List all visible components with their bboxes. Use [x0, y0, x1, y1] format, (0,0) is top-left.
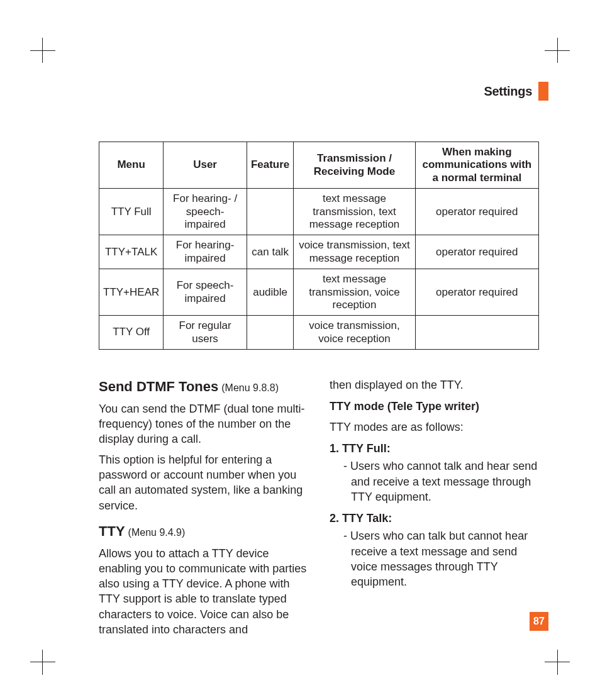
table-header-row: Menu User Feature Transmission / Receivi… [99, 142, 539, 189]
cell-mode: voice transmission, text message recepti… [294, 235, 415, 269]
tty-heading: TTY [99, 523, 125, 539]
cell-feature: can talk [247, 235, 293, 269]
cell-mode: voice transmission, voice reception [294, 316, 415, 350]
col-header-menu: Menu [99, 142, 164, 189]
page-number: 87 [530, 612, 548, 631]
col-header-user: User [164, 142, 247, 189]
cell-comm: operator required [415, 235, 538, 269]
cell-mode: text message transmission, voice recepti… [294, 269, 415, 316]
crop-mark-br [557, 650, 582, 675]
cell-menu: TTY+TALK [99, 235, 164, 269]
tty-paragraph-1: Allows you to attach a TTY device enabli… [99, 546, 308, 638]
cell-feature [247, 316, 293, 350]
cell-menu: TTY+HEAR [99, 269, 164, 316]
body-columns: Send DTMF Tones (Menu 9.8.8) You can sen… [99, 377, 539, 637]
cell-comm: operator required [415, 269, 538, 316]
tty-talk-body: - Users who can talk but cannot hear rec… [343, 528, 539, 589]
tty-mode-intro: TTY modes are as follows: [330, 419, 539, 435]
dtmf-heading-line: Send DTMF Tones (Menu 9.8.8) [99, 377, 308, 396]
dtmf-paragraph-2: This option is helpful for entering a pa… [99, 452, 308, 513]
tty-talk-title: 2. TTY Talk: [330, 511, 539, 526]
tty-continuation: then displayed on the TTY. [330, 377, 539, 392]
header-accent-block [538, 82, 548, 101]
cell-feature [247, 189, 293, 235]
table-row: TTY+HEAR For speech-impaired audible tex… [99, 269, 539, 316]
cell-menu: TTY Full [99, 189, 164, 235]
tty-menu-ref: (Menu 9.4.9) [128, 527, 186, 538]
tty-full-title: 1. TTY Full: [330, 441, 539, 456]
content-area: Menu User Feature Transmission / Receivi… [99, 142, 539, 637]
cell-user: For speech-impaired [164, 269, 247, 316]
dtmf-heading: Send DTMF Tones [99, 379, 218, 394]
table-row: TTY Off For regular users voice transmis… [99, 316, 539, 350]
tty-mode-table: Menu User Feature Transmission / Receivi… [99, 142, 539, 350]
crop-mark-tr [557, 38, 582, 63]
crop-mark-bl [18, 650, 43, 675]
header-title: Settings [484, 84, 533, 99]
cell-user: For regular users [164, 316, 247, 350]
cell-user: For hearing-impaired [164, 235, 247, 269]
right-column: then displayed on the TTY. TTY mode (Tel… [330, 377, 539, 637]
col-header-comm: When making communications with a normal… [415, 142, 538, 189]
dtmf-paragraph-1: You can send the DTMF (dual tone multi-f… [99, 401, 308, 447]
tty-mode-heading: TTY mode (Tele Type writer) [330, 399, 539, 414]
table-row: TTY Full For hearing- / speech- impaired… [99, 189, 539, 235]
cell-user: For hearing- / speech- impaired [164, 189, 247, 235]
left-column: Send DTMF Tones (Menu 9.8.8) You can sen… [99, 377, 308, 637]
table-row: TTY+TALK For hearing-impaired can talk v… [99, 235, 539, 269]
cell-comm [415, 316, 538, 350]
crop-mark-tl [18, 38, 43, 63]
col-header-mode: Transmission / Receiving Mode [294, 142, 415, 189]
col-header-feature: Feature [247, 142, 293, 189]
tty-heading-line: TTY (Menu 9.4.9) [99, 522, 308, 541]
cell-feature: audible [247, 269, 293, 316]
tty-full-body: - Users who cannot talk and hear send an… [343, 458, 539, 504]
page-header: Settings [484, 82, 549, 101]
cell-comm: operator required [415, 189, 538, 235]
page-frame: Settings Menu User Feature Transmission … [52, 19, 548, 681]
dtmf-menu-ref: (Menu 9.8.8) [221, 382, 279, 393]
cell-mode: text message transmission, text message … [294, 189, 415, 235]
cell-menu: TTY Off [99, 316, 164, 350]
